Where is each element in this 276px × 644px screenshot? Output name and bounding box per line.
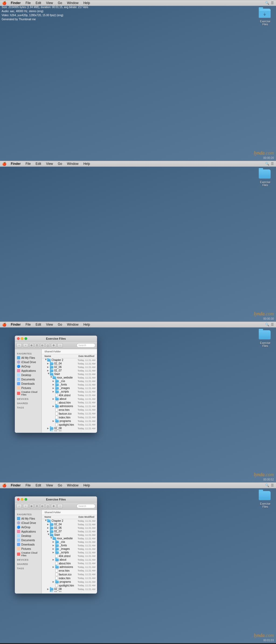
menubar-view-3[interactable]: View	[44, 322, 55, 327]
tree-fonts-4[interactable]: ▶ _fonts Today, 11:21 AM	[42, 544, 97, 547]
tree-roux[interactable]: ▶ roux_website Today, 11:21 AM	[42, 376, 97, 379]
search-icon-4[interactable]: 🔍	[265, 483, 269, 487]
tree-index[interactable]: ▶ index.htm Today, 11:21 AM	[42, 415, 97, 419]
tree-images-4[interactable]: ▶ _images Today, 11:21 AM	[42, 547, 97, 551]
action-btn-3[interactable]: ⚙	[51, 343, 56, 347]
sidebar-all-my-files-4[interactable]: All My Files	[15, 516, 42, 521]
menubar-finder-4[interactable]: Finder	[9, 483, 23, 488]
sidebar-desktop-4[interactable]: Desktop	[15, 534, 42, 538]
tree-about-folder-4[interactable]: ▶ about Today, 11:21 AM	[42, 558, 97, 561]
tree-0209-4[interactable]: ▶ 02_09 Today, 11:21 AM	[42, 591, 97, 592]
tree-index-4[interactable]: ▶ index.htm Today, 11:21 AM	[42, 576, 97, 580]
sidebar-icloud[interactable]: iCloud Drive	[15, 360, 42, 364]
sidebar-applications[interactable]: Applications	[15, 369, 42, 373]
share-btn-4[interactable]: ↑	[57, 504, 63, 508]
sidebar-creative-cloud-4[interactable]: Creative Cloud Files	[15, 551, 42, 557]
view-list-btn-3[interactable]: ☰	[35, 343, 39, 347]
tree-programs-4[interactable]: ▶ programs Today, 11:21 AM	[42, 580, 97, 584]
tree-admissions[interactable]: ▶ admissions Today, 11:21 AM	[42, 404, 97, 408]
list-view-icon[interactable]: ☰	[271, 1, 274, 5]
menubar-file[interactable]: File	[23, 1, 33, 5]
minimize-button-4[interactable]	[21, 498, 23, 501]
view-icon-btn-3[interactable]: ⊞	[29, 343, 34, 347]
view-cov-btn-3[interactable]: ◫	[46, 343, 50, 347]
sidebar-downloads-4[interactable]: Downloads	[15, 542, 42, 547]
list-view-icon-4[interactable]: ☰	[271, 483, 274, 487]
menubar-help-3[interactable]: Help	[81, 322, 92, 327]
list-view-icon-3[interactable]: ☰	[271, 323, 274, 326]
sidebar-airdrop[interactable]: AirDrop	[15, 364, 42, 369]
tree-scripts-4[interactable]: ▶ _scripts Today, 11:21 AM	[42, 551, 97, 554]
tree-0209[interactable]: ▶ 02_09 Today, 11:21 AM	[42, 430, 97, 431]
close-button-3[interactable]	[17, 337, 20, 340]
menubar-finder-2[interactable]: Finder	[9, 162, 23, 166]
tree-admissions-4[interactable]: ▶ admissions Today, 11:21 AM	[42, 565, 97, 569]
sidebar-airdrop-4[interactable]: AirDrop	[15, 525, 42, 529]
apple-menu-icon-2[interactable]: 🍎	[2, 162, 6, 166]
tree-spotlight-4[interactable]: ▶ spotlight.htm Today, 11:21 AM	[42, 584, 97, 587]
sidebar-icloud-4[interactable]: iCloud Drive	[15, 521, 42, 525]
finder-search-4[interactable]: Search	[77, 504, 95, 508]
sidebar-downloads[interactable]: Downloads	[15, 381, 42, 386]
menubar-window[interactable]: Window	[65, 1, 81, 5]
sidebar-documents-4[interactable]: Documents	[15, 538, 42, 542]
menubar-help-2[interactable]: Help	[81, 162, 92, 166]
tree-roux-4[interactable]: ▶ roux_website Today, 11:21 AM	[42, 537, 97, 540]
menubar-go-2[interactable]: Go	[56, 162, 64, 166]
view-col-btn-3[interactable]: ⊟	[40, 343, 44, 347]
back-btn-3[interactable]: ‹	[16, 343, 22, 347]
menubar-window-2[interactable]: Window	[65, 162, 81, 166]
sidebar-creative-cloud[interactable]: Creative Cloud Files	[15, 390, 42, 397]
exercise-files-icon-4[interactable]: Exercise Files	[257, 491, 273, 508]
apple-menu-icon[interactable]: 🍎	[2, 1, 6, 5]
tree-start[interactable]: ▶ Start Today, 11:21 AM	[42, 372, 97, 376]
action-btn-4[interactable]: ⚙	[51, 504, 56, 508]
tree-start-4[interactable]: ▶ Start Today, 11:21 AM	[42, 533, 97, 537]
sidebar-applications-4[interactable]: Applications	[15, 529, 42, 534]
forward-btn-4[interactable]: ›	[23, 504, 28, 508]
menubar-go-4[interactable]: Go	[56, 483, 64, 488]
menubar-help[interactable]: Help	[81, 1, 92, 5]
tree-favicon[interactable]: ▶ favicon.ico Today, 11:21 AM	[42, 412, 97, 415]
tree-fonts[interactable]: ▶ _fonts Today, 11:21 AM	[42, 383, 97, 386]
exercise-files-icon-2[interactable]: Exercise Files	[257, 169, 273, 187]
menubar-edit-2[interactable]: Edit	[33, 162, 43, 166]
view-cov-btn-4[interactable]: ◫	[46, 504, 50, 508]
menubar-file-3[interactable]: File	[23, 322, 33, 327]
exercise-files-icon-3[interactable]: Exercise Files	[257, 330, 273, 347]
tree-error[interactable]: ▶ error.htm Today, 11:21 AM	[42, 408, 97, 412]
tree-css[interactable]: ▶ _css Today, 11:21 AM	[42, 379, 97, 383]
menubar-go[interactable]: Go	[56, 1, 64, 5]
forward-btn-3[interactable]: ›	[23, 343, 28, 347]
menubar-file-2[interactable]: File	[23, 162, 33, 166]
tree-error-4[interactable]: ▶ error.htm Today, 11:21 AM	[42, 569, 97, 573]
menubar-window-4[interactable]: Window	[65, 483, 81, 488]
menubar-view-2[interactable]: View	[44, 162, 55, 166]
tree-404[interactable]: ▶ 404.shtml Today, 11:21 AM	[42, 393, 97, 397]
sidebar-documents[interactable]: Documents	[15, 377, 42, 381]
tree-programs[interactable]: ▶ programs Today, 11:21 AM	[42, 419, 97, 423]
list-view-icon-2[interactable]: ☰	[271, 162, 274, 166]
search-icon[interactable]: 🔍	[265, 1, 269, 5]
back-btn-4[interactable]: ‹	[16, 504, 22, 508]
menubar-file-4[interactable]: File	[23, 483, 33, 488]
menubar-edit[interactable]: Edit	[33, 1, 43, 5]
menubar-edit-4[interactable]: Edit	[33, 483, 43, 488]
menubar-window-3[interactable]: Window	[65, 322, 81, 327]
tree-spotlight[interactable]: ▶ spotlight.htm Today, 11:21 AM	[42, 423, 97, 427]
minimize-button-3[interactable]	[21, 337, 23, 340]
menubar-edit-3[interactable]: Edit	[33, 322, 43, 327]
tree-about-htm[interactable]: ▶ about.htm Today, 11:21 AM	[42, 401, 97, 404]
view-list-btn-4[interactable]: ☰	[35, 504, 39, 508]
tree-about-htm-4[interactable]: ▶ about.htm Today, 11:21 AM	[42, 561, 97, 565]
tree-images[interactable]: ▶ _images Today, 11:21 AM	[42, 386, 97, 390]
menubar-help-4[interactable]: Help	[81, 483, 92, 488]
apple-menu-icon-4[interactable]: 🍎	[2, 483, 6, 488]
sidebar-all-my-files[interactable]: All My Files	[15, 356, 42, 360]
menubar-view-4[interactable]: View	[44, 483, 55, 488]
apple-menu-icon-3[interactable]: 🍎	[2, 323, 6, 327]
exercise-files-icon-1[interactable]: Exercise Files	[257, 9, 273, 26]
tree-about-folder[interactable]: ▶ about Today, 11:21 AM	[42, 397, 97, 401]
sidebar-pictures-4[interactable]: Pictures	[15, 547, 42, 551]
menubar-go-3[interactable]: Go	[56, 322, 64, 327]
